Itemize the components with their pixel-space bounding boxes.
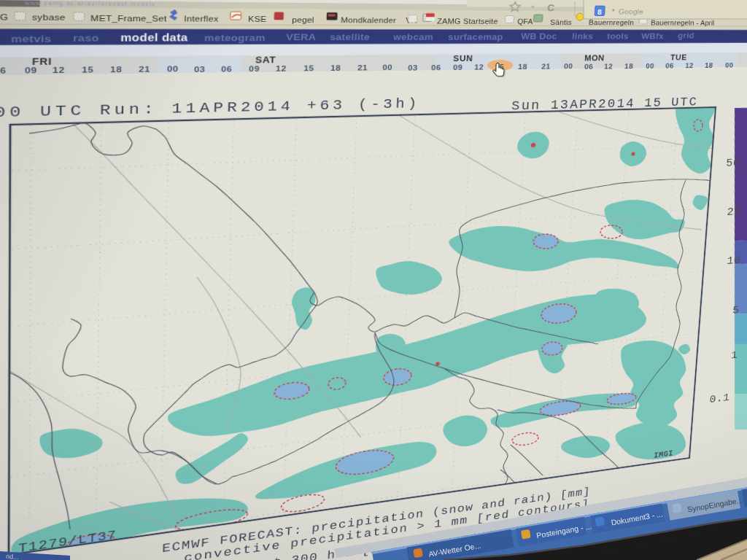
svg-text:nd...: nd... [6, 553, 19, 560]
